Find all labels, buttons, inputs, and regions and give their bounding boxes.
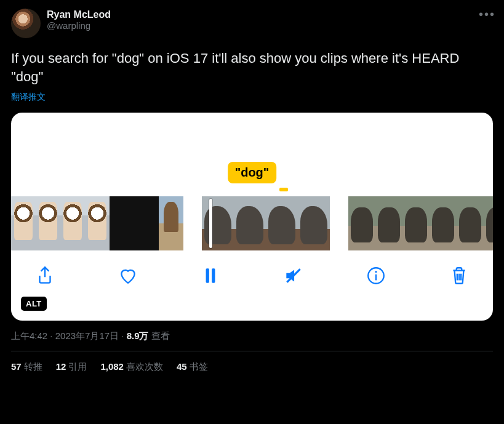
retweets-stat[interactable]: 57转推: [11, 361, 42, 373]
timestamp-time: 上午4:42: [11, 330, 47, 341]
video-clip-active[interactable]: [202, 196, 330, 250]
timestamp-date: 2023年7月17日: [55, 330, 119, 341]
search-term-badge: "dog": [228, 162, 277, 183]
alt-badge[interactable]: ALT: [21, 297, 47, 311]
timeline-frame: [348, 196, 375, 250]
timeline-frame: [85, 196, 110, 250]
translate-link[interactable]: 翻译推文: [11, 92, 46, 103]
timeline-frame: [36, 196, 60, 250]
avatar[interactable]: [11, 9, 41, 38]
trash-icon[interactable]: [447, 264, 471, 287]
video-clip[interactable]: [348, 196, 493, 250]
mute-icon[interactable]: [282, 264, 305, 287]
svg-rect-1: [212, 269, 215, 283]
timeline-frame: [110, 196, 134, 250]
timeline-frame: [298, 196, 330, 250]
more-options-button[interactable]: •••: [479, 7, 495, 22]
search-term-marker: [279, 188, 288, 191]
views-label: 查看: [149, 330, 170, 341]
views-count: 8.9万: [127, 330, 149, 341]
author-handle: @warpling: [47, 20, 111, 31]
media-blank-area: [11, 113, 493, 167]
timeline-frame: [430, 196, 457, 250]
quotes-stat[interactable]: 12引用: [56, 361, 87, 373]
media-attachment[interactable]: "dog": [11, 113, 493, 321]
timeline-frame: [60, 196, 85, 250]
video-clip[interactable]: [11, 196, 183, 250]
tweet-stats: 57转推 12引用 1,082喜欢次数 45书签: [11, 351, 493, 373]
author-identity[interactable]: Ryan McLeod @warpling: [47, 9, 111, 31]
svg-rect-0: [206, 269, 209, 283]
info-icon[interactable]: [364, 264, 388, 287]
author-name: Ryan McLeod: [47, 9, 111, 20]
tweet-timestamp[interactable]: 上午4:42 · 2023年7月17日 · 8.9万 查看: [11, 330, 493, 342]
bookmarks-stat[interactable]: 45书签: [177, 361, 208, 373]
timeline-frame: [484, 196, 493, 250]
tweet-container: ••• Ryan McLeod @warpling If you search …: [0, 0, 504, 373]
timeline-frame: [266, 196, 298, 250]
tweet-text: If you search for "dog" on iOS 17 it'll …: [11, 49, 493, 86]
likes-stat[interactable]: 1,082喜欢次数: [100, 361, 163, 373]
media-toolbar: [11, 250, 493, 287]
video-timeline[interactable]: [11, 196, 493, 250]
timeline-frame: [159, 196, 183, 250]
timeline-frame: [234, 196, 266, 250]
timeline-frame: [375, 196, 402, 250]
timeline-frame: [11, 196, 36, 250]
heart-icon[interactable]: [116, 264, 140, 287]
timeline-frame: [134, 196, 159, 250]
timeline-frame: [402, 196, 430, 250]
tweet-header: Ryan McLeod @warpling: [11, 9, 493, 38]
pause-icon[interactable]: [199, 264, 222, 287]
playhead-indicator[interactable]: [209, 199, 212, 248]
share-icon[interactable]: [33, 264, 57, 287]
timeline-frame: [457, 196, 484, 250]
svg-point-4: [375, 271, 377, 273]
timeline-frame: [202, 196, 234, 250]
